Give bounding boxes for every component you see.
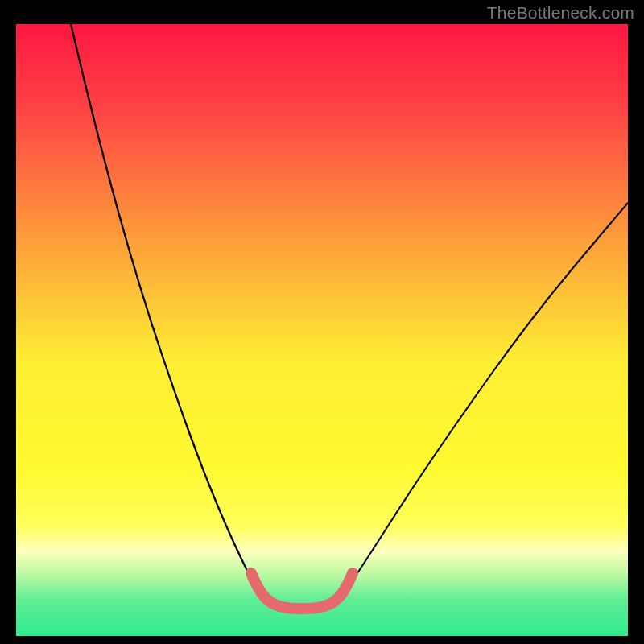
bottom-bracket [251,573,353,609]
watermark-text: TheBottleneck.com [487,3,634,23]
left-curve [71,24,258,592]
curves-layer [16,24,628,636]
chart-frame: TheBottleneck.com [0,0,644,644]
right-curve [345,203,628,592]
plot-area [16,24,628,636]
